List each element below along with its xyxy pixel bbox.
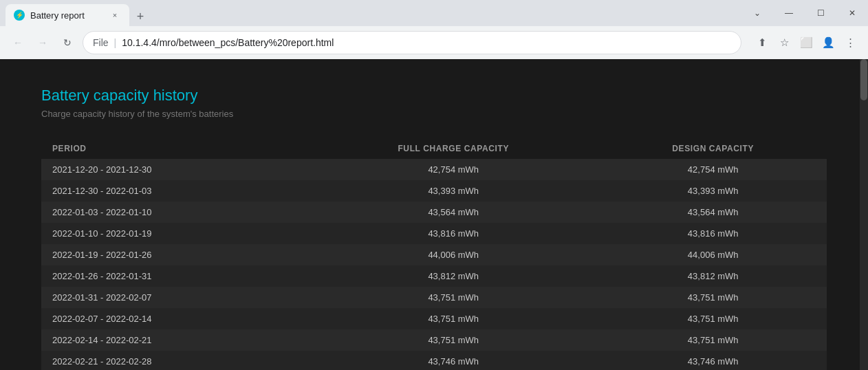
table-cell-7-2: 43,751 mWh <box>599 308 827 329</box>
table-cell-3-2: 43,816 mWh <box>599 223 827 244</box>
tab-favicon: ⚡ <box>14 10 25 21</box>
table-cell-2-1: 43,564 mWh <box>307 202 599 223</box>
active-tab[interactable]: ⚡ Battery report × <box>6 4 129 26</box>
table-row: 2022-02-21 - 2022-02-2843,746 mWh43,746 … <box>41 351 827 370</box>
scrollbar-thumb[interactable] <box>860 59 867 100</box>
reload-button[interactable]: ↻ <box>58 33 77 52</box>
tab-close-button[interactable]: × <box>109 9 121 21</box>
url-separator: | <box>114 37 117 48</box>
table-row: 2022-01-10 - 2022-01-1943,816 mWh43,816 … <box>41 223 827 244</box>
table-cell-3-1: 43,816 mWh <box>307 223 599 244</box>
tabs-area: ⚡ Battery report × + <box>0 0 741 26</box>
url-bar[interactable]: File | 10.1.4.4/mro/between_pcs/Battery%… <box>83 31 741 54</box>
forward-button[interactable]: → <box>33 33 52 52</box>
table-cell-9-1: 43,746 mWh <box>307 351 599 370</box>
table-row: 2022-01-31 - 2022-02-0743,751 mWh43,751 … <box>41 287 827 308</box>
table-row: 2021-12-20 - 2021-12-3042,754 mWh42,754 … <box>41 159 827 180</box>
table-cell-6-0: 2022-01-31 - 2022-02-07 <box>41 287 307 308</box>
window-minimize-button[interactable]: — <box>773 0 805 26</box>
address-bar: ← → ↻ File | 10.1.4.4/mro/between_pcs/Ba… <box>0 26 868 59</box>
table-cell-6-2: 43,751 mWh <box>599 287 827 308</box>
split-view-icon[interactable]: ⬜ <box>796 33 816 52</box>
table-cell-1-2: 43,393 mWh <box>599 180 827 202</box>
table-cell-9-2: 43,746 mWh <box>599 351 827 370</box>
table-cell-0-0: 2021-12-20 - 2021-12-30 <box>41 159 307 180</box>
table-cell-8-1: 43,751 mWh <box>307 329 599 351</box>
table-cell-0-1: 42,754 mWh <box>307 159 599 180</box>
col-header-period: PERIOD <box>41 138 307 159</box>
table-cell-3-0: 2022-01-10 - 2022-01-19 <box>41 223 307 244</box>
capacity-table: PERIOD FULL CHARGE CAPACITY DESIGN CAPAC… <box>41 138 827 370</box>
profile-icon[interactable]: 👤 <box>818 33 838 52</box>
section-subtitle: Charge capacity history of the system's … <box>41 109 827 119</box>
table-cell-5-2: 43,812 mWh <box>599 265 827 287</box>
scrollbar-track <box>860 59 868 370</box>
table-row: 2022-02-14 - 2022-02-2143,751 mWh43,751 … <box>41 329 827 351</box>
table-cell-9-0: 2022-02-21 - 2022-02-28 <box>41 351 307 370</box>
section-title: Battery capacity history <box>41 87 827 105</box>
table-cell-5-0: 2022-01-26 - 2022-01-31 <box>41 265 307 287</box>
table-cell-7-1: 43,751 mWh <box>307 308 599 329</box>
tab-title: Battery report <box>30 10 103 21</box>
table-cell-7-0: 2022-02-07 - 2022-02-14 <box>41 308 307 329</box>
url-protocol: File <box>93 37 109 48</box>
window-chevron-button[interactable]: ⌄ <box>741 0 773 26</box>
share-icon[interactable]: ⬆ <box>752 33 772 52</box>
table-row: 2021-12-30 - 2022-01-0343,393 mWh43,393 … <box>41 180 827 202</box>
window-restore-button[interactable]: ☐ <box>805 0 836 26</box>
menu-icon[interactable]: ⋮ <box>840 33 860 52</box>
table-cell-6-1: 43,751 mWh <box>307 287 599 308</box>
table-cell-0-2: 42,754 mWh <box>599 159 827 180</box>
table-row: 2022-01-19 - 2022-01-2644,006 mWh44,006 … <box>41 244 827 265</box>
table-row: 2022-01-03 - 2022-01-1043,564 mWh43,564 … <box>41 202 827 223</box>
back-button[interactable]: ← <box>8 33 28 52</box>
col-header-design: DESIGN CAPACITY <box>599 138 827 159</box>
table-cell-4-1: 44,006 mWh <box>307 244 599 265</box>
table-row: 2022-02-07 - 2022-02-1443,751 mWh43,751 … <box>41 308 827 329</box>
table-cell-4-0: 2022-01-19 - 2022-01-26 <box>41 244 307 265</box>
table-row: 2022-01-26 - 2022-01-3143,812 mWh43,812 … <box>41 265 827 287</box>
table-cell-1-0: 2021-12-30 - 2022-01-03 <box>41 180 307 202</box>
table-cell-2-0: 2022-01-03 - 2022-01-10 <box>41 202 307 223</box>
table-cell-5-1: 43,812 mWh <box>307 265 599 287</box>
table-cell-4-2: 44,006 mWh <box>599 244 827 265</box>
bookmark-icon[interactable]: ☆ <box>774 33 794 52</box>
tab-bar: ⚡ Battery report × + ⌄ — ☐ ✕ <box>0 0 868 26</box>
window-controls: ⌄ — ☐ ✕ <box>741 0 868 26</box>
table-cell-8-0: 2022-02-14 - 2022-02-21 <box>41 329 307 351</box>
address-actions: ⬆ ☆ ⬜ 👤 ⋮ <box>752 33 860 52</box>
col-header-full-charge: FULL CHARGE CAPACITY <box>307 138 599 159</box>
url-path: 10.1.4.4/mro/between_pcs/Battery%20repor… <box>122 37 334 48</box>
new-tab-button[interactable]: + <box>131 7 150 26</box>
table-cell-8-2: 43,751 mWh <box>599 329 827 351</box>
page-content: Battery capacity history Charge capacity… <box>0 59 868 370</box>
browser-chrome: ⚡ Battery report × + ⌄ — ☐ ✕ ← → ↻ File … <box>0 0 868 59</box>
table-cell-2-2: 43,564 mWh <box>599 202 827 223</box>
table-cell-1-1: 43,393 mWh <box>307 180 599 202</box>
window-close-button[interactable]: ✕ <box>836 0 868 26</box>
table-header-row: PERIOD FULL CHARGE CAPACITY DESIGN CAPAC… <box>41 138 827 159</box>
